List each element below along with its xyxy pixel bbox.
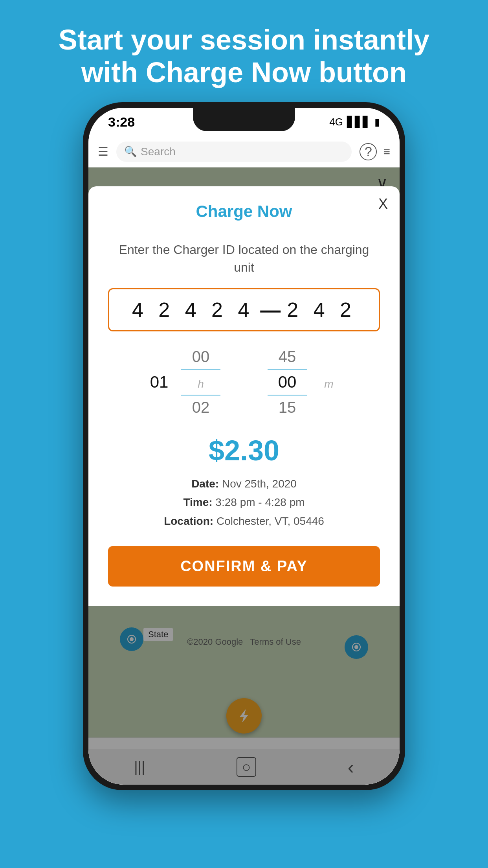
menu-icon[interactable]: ☰ — [98, 145, 108, 158]
app-bar: ☰ 🔍 Search ? ≡ — [88, 136, 400, 167]
header-title: Start your session instantly with Charge… — [0, 0, 488, 105]
charger-id-part1: 4 2 4 2 4 — [132, 298, 254, 322]
time-row-bottom: 02 15 — [181, 396, 307, 419]
network-icon: 4G — [329, 116, 343, 128]
phone-screen: 3:28 4G ▋▋▋ ▮ ☰ 🔍 Search ? ≡ — [88, 108, 400, 785]
charger-id-input[interactable]: 4 2 4 2 4 — 2 4 2 — [108, 288, 380, 331]
hour-top[interactable]: 00 — [181, 348, 220, 366]
modal-close-button[interactable]: X — [378, 196, 388, 212]
time-label: Time: — [183, 496, 212, 508]
modal-title: Charge Now — [108, 202, 380, 229]
modal-description: Enter the Charger ID located on the char… — [108, 241, 380, 276]
status-time: 3:28 — [108, 114, 135, 130]
booking-details: Date: Nov 25th, 2020 Time: 3:28 pm - 4:2… — [108, 474, 380, 531]
charger-id-dash: — — [260, 298, 281, 322]
minute-top[interactable]: 45 — [268, 348, 307, 366]
notch — [193, 108, 295, 131]
hour-selected[interactable]: 01 — [139, 373, 179, 392]
price-display: $2.30 — [108, 434, 380, 467]
search-placeholder: Search — [141, 145, 176, 158]
signal-icon: ▋▋▋ — [347, 116, 371, 128]
time-row-top: 00 45 — [181, 346, 307, 368]
filter-icon[interactable]: ≡ — [383, 145, 390, 158]
minute-selected[interactable]: 00 — [268, 373, 307, 392]
minute-unit: m — [309, 378, 349, 390]
location-label: Location: — [164, 515, 213, 527]
time-value: 3:28 pm - 4:28 pm — [215, 496, 305, 508]
minute-bottom[interactable]: 15 — [268, 399, 307, 416]
time-picker: 00 45 01 h 00 — [108, 346, 380, 419]
phone-frame: 3:28 4G ▋▋▋ ▮ ☰ 🔍 Search ? ≡ — [83, 102, 405, 790]
status-icons: 4G ▋▋▋ ▮ — [329, 116, 380, 128]
location-value: Colchester, VT, 05446 — [216, 515, 324, 527]
hour-unit: h — [181, 378, 220, 390]
date-label: Date: — [191, 478, 219, 490]
hour-bottom[interactable]: 02 — [181, 399, 220, 416]
battery-icon: ▮ — [374, 116, 380, 128]
time-row-middle: 01 h 00 m — [139, 370, 349, 394]
date-value: Nov 25th, 2020 — [222, 478, 297, 490]
search-icon: 🔍 — [124, 145, 137, 158]
charge-now-modal: X Charge Now Enter the Charger ID locate… — [88, 186, 400, 606]
help-icon[interactable]: ? — [360, 143, 377, 160]
confirm-pay-button[interactable]: CONFIRM & PAY — [108, 546, 380, 587]
search-bar[interactable]: 🔍 Search — [116, 142, 352, 162]
app-bar-right: ? ≡ — [360, 143, 390, 160]
charger-id-part2: 2 4 2 — [287, 298, 356, 322]
